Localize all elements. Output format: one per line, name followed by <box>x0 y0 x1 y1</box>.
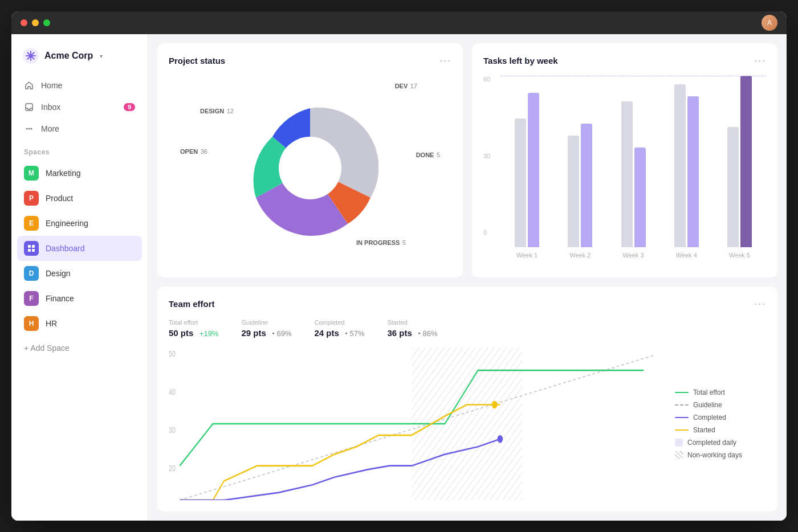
tasks-by-week-header: Tasks left by week ··· <box>483 55 766 67</box>
svg-point-21 <box>492 401 498 408</box>
bar-group-week2 <box>553 76 606 247</box>
space-item-hr[interactable]: H HR <box>17 311 142 336</box>
x-label-week5: Week 5 <box>713 252 766 259</box>
pie-chart-container: DEV 17 DONE 5 IN PROGRESS 5 <box>169 76 451 260</box>
bar-group-week4 <box>660 76 713 247</box>
space-item-dashboard[interactable]: Dashboard <box>17 236 142 261</box>
logo-chevron: ▾ <box>100 53 103 59</box>
stat-guideline: Guideline 29 pts • 69% <box>241 319 291 338</box>
legend-label-completed: Completed <box>693 414 726 421</box>
project-status-header: Project status ··· <box>169 55 451 67</box>
legend-completed-daily: Completed daily <box>675 439 766 447</box>
minimize-button[interactable] <box>32 19 39 26</box>
y-label-30: 30 <box>483 153 490 159</box>
svg-rect-12 <box>32 249 35 252</box>
legend-hatch-box <box>675 451 683 459</box>
nav-item-more[interactable]: More <box>17 118 142 139</box>
y-label-60: 60 <box>483 76 490 83</box>
stat-guideline-pct: • 69% <box>272 329 291 338</box>
bar-week5-purple-active <box>740 76 752 247</box>
stat-completed-label: Completed <box>314 319 364 326</box>
space-item-marketing[interactable]: M Marketing <box>17 161 142 186</box>
stat-total-effort: Total effort 50 pts +19% <box>169 319 218 338</box>
x-axis: Week 1 Week 2 Week 3 Week 4 Week 5 <box>483 252 766 259</box>
sidebar: Acme Corp ▾ Home <box>11 34 148 521</box>
bar-week5-gray <box>727 127 739 247</box>
svg-text:50: 50 <box>169 349 176 358</box>
legend-label-non-working: Non-working days <box>687 451 742 459</box>
svg-point-22 <box>497 435 503 443</box>
bar-week1-gray <box>515 118 526 247</box>
stat-completed-pct: • 57% <box>345 329 364 338</box>
x-label-week3: Week 3 <box>606 252 659 259</box>
line-chart-svg: 50 40 30 20 <box>169 347 666 500</box>
team-effort-title: Team effort <box>169 299 215 309</box>
nav-item-inbox[interactable]: Inbox 9 <box>17 97 142 117</box>
pie-chart-svg <box>242 100 378 236</box>
nav-item-home[interactable]: Home <box>17 75 142 96</box>
team-effort-more[interactable]: ··· <box>754 298 766 310</box>
sidebar-logo[interactable]: Acme Corp ▾ <box>11 43 148 75</box>
x-label-week2: Week 2 <box>553 252 606 259</box>
space-item-engineering[interactable]: E Engineering <box>17 211 142 236</box>
bar-week1-purple <box>528 93 539 247</box>
space-icon-finance: F <box>24 291 39 306</box>
svg-point-6 <box>26 128 28 130</box>
space-label-design: Design <box>46 269 71 278</box>
legend-line-green <box>675 392 689 393</box>
pie-label-done: DONE 5 <box>416 149 440 159</box>
stat-guideline-value: 29 pts <box>241 328 266 338</box>
legend-completed: Completed <box>675 414 766 421</box>
inbox-badge: 9 <box>124 103 135 111</box>
project-status-more[interactable]: ··· <box>439 55 451 67</box>
tasks-by-week-title: Tasks left by week <box>483 56 558 66</box>
svg-rect-10 <box>32 245 35 248</box>
legend-line-dashed <box>675 404 689 406</box>
legend-non-working: Non-working days <box>675 451 766 459</box>
line-chart-wrapper: 50 40 30 20 <box>169 347 766 500</box>
space-icon-product: P <box>24 191 39 206</box>
svg-rect-9 <box>28 245 31 248</box>
close-button[interactable] <box>21 19 27 26</box>
bar-week4-gray <box>674 84 686 247</box>
svg-point-8 <box>31 128 32 130</box>
y-axis: 60 30 0 <box>483 76 490 236</box>
legend-label-guideline: Guideline <box>693 401 722 409</box>
sidebar-nav: Home Inbox 9 <box>11 75 148 139</box>
traffic-lights <box>21 19 50 26</box>
bar-week2-gray <box>568 136 579 247</box>
app-body: Acme Corp ▾ Home <box>11 34 787 521</box>
spaces-list: M Marketing P Product E Engineering <box>11 161 148 336</box>
legend-total-effort: Total effort <box>675 388 766 396</box>
pie-label-open: OPEN 36 <box>180 146 207 156</box>
app-window: A Acme Corp ▾ <box>11 11 787 521</box>
bar-week3-gray <box>621 101 633 247</box>
pie-label-design: DESIGN 12 <box>200 105 234 116</box>
maximize-button[interactable] <box>43 19 50 26</box>
stat-completed-value: 24 pts <box>314 328 339 338</box>
bar-group-week1 <box>500 76 553 247</box>
space-icon-hr: H <box>24 316 39 331</box>
main-content: Project status ··· <box>148 34 787 521</box>
add-space-button[interactable]: + Add Space <box>11 338 148 358</box>
space-item-product[interactable]: P Product <box>17 186 142 211</box>
spaces-header: Spaces <box>11 139 148 161</box>
stat-total-effort-value: 50 pts <box>169 328 193 338</box>
space-icon-engineering: E <box>24 216 39 231</box>
legend-label-started: Started <box>693 426 715 434</box>
svg-rect-11 <box>28 249 31 252</box>
svg-point-7 <box>28 128 30 130</box>
stat-started-value: 36 pts <box>387 328 412 338</box>
legend-label-completed-daily: Completed daily <box>687 439 736 447</box>
stat-total-effort-label: Total effort <box>169 319 218 326</box>
top-row: Project status ··· <box>157 43 777 277</box>
space-item-finance[interactable]: F Finance <box>17 286 142 311</box>
x-label-week4: Week 4 <box>660 252 713 259</box>
titlebar: A <box>11 11 787 34</box>
user-avatar[interactable]: A <box>762 15 777 31</box>
legend-label-total-effort: Total effort <box>693 388 725 396</box>
tasks-by-week-more[interactable]: ··· <box>754 55 766 67</box>
line-chart-area: 50 40 30 20 <box>169 347 666 500</box>
space-icon-marketing: M <box>24 166 39 181</box>
space-item-design[interactable]: D Design <box>17 261 142 286</box>
